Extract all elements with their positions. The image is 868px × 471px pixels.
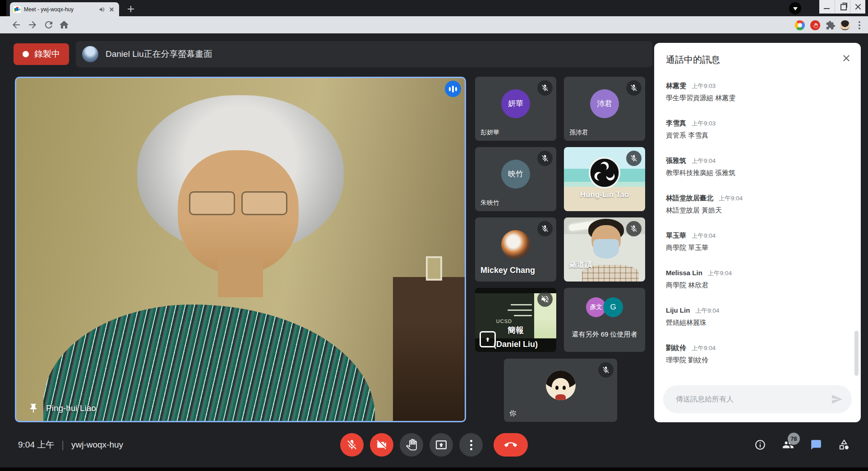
- activities-icon[interactable]: [838, 439, 850, 451]
- tab-audio-icon[interactable]: [99, 6, 105, 13]
- overflow-count-label: 還有另外 69 位使用者: [572, 330, 637, 339]
- participant-tile[interactable]: 沛君 孫沛君: [564, 77, 645, 141]
- chat-message-input[interactable]: [675, 395, 831, 404]
- present-button[interactable]: [429, 433, 453, 457]
- message-sender: 林蕙雯: [666, 82, 686, 90]
- extension-google-icon[interactable]: [795, 20, 805, 30]
- participant-name: 彭妍華: [480, 129, 499, 137]
- camera-toggle-button[interactable]: [370, 433, 393, 457]
- chat-message: 林語堂故居臺北上午9:04 林語堂故居 黃皓天: [666, 194, 841, 215]
- participant-tile[interactable]: Hung-Lin Tao: [564, 147, 645, 211]
- avatar-face: [552, 378, 569, 395]
- presentation-tile[interactable]: UCSD 簡報 (Daniel Liu): [475, 288, 556, 352]
- recording-dot-icon: [23, 51, 29, 57]
- participant-count-badge: 78: [788, 433, 800, 445]
- tab-close-icon[interactable]: [108, 6, 115, 13]
- participant-tile[interactable]: 妍華 彭妍華: [475, 77, 556, 141]
- chat-toggle-icon[interactable]: [810, 439, 822, 451]
- window-edge: [0, 0, 6, 16]
- slide-text: UCSD: [496, 319, 512, 324]
- mic-muted-icon: [598, 362, 614, 378]
- message-text: 營繕組林麗珠: [666, 318, 841, 328]
- mic-muted-icon: [626, 151, 642, 166]
- participant-avatar: 沛君: [590, 89, 619, 118]
- recording-chip: 錄製中: [14, 43, 69, 65]
- send-message-icon[interactable]: [831, 393, 843, 405]
- minimize-button[interactable]: [819, 0, 835, 14]
- tab-search-icon[interactable]: [789, 2, 801, 14]
- self-name: 你: [509, 409, 516, 418]
- tab-title: Meet - ywj-woqx-huy: [24, 6, 96, 13]
- message-time: 上午9:04: [719, 194, 743, 203]
- browser-menu-icon[interactable]: [855, 20, 863, 30]
- profile-avatar[interactable]: [840, 20, 850, 30]
- new-tab-button[interactable]: [125, 4, 136, 14]
- obs-logo-icon: [588, 157, 621, 189]
- chat-message: 單玉華上午9:04 商學院 單玉華: [666, 231, 841, 253]
- mic-muted-icon: [537, 151, 553, 166]
- message-sender: 林語堂故居臺北: [666, 194, 713, 203]
- chat-message: 張雅筑上午9:04 教學科技推廣組 張雅筑: [666, 157, 841, 178]
- message-sender: Melissa Lin: [666, 269, 702, 277]
- browser-tab[interactable]: Meet - ywj-woqx-huy: [10, 2, 119, 16]
- message-sender: 張雅筑: [666, 157, 686, 165]
- chat-message: 劉紋伶上午9:04 理學院 劉紋伶: [666, 344, 841, 365]
- message-sender: 劉紋伶: [666, 344, 686, 352]
- speaker-neck: [218, 256, 263, 297]
- speaking-indicator-icon: [445, 81, 461, 97]
- mic-muted-icon: [537, 221, 553, 236]
- message-time: 上午9:04: [708, 269, 732, 277]
- raise-hand-button[interactable]: [400, 433, 423, 457]
- message-time: 上午9:04: [692, 157, 716, 165]
- hang-up-button[interactable]: [494, 433, 528, 457]
- window-bottom-edge: [0, 467, 868, 471]
- overflow-avatars: 彥文 G: [586, 297, 623, 317]
- extensions-puzzle-icon[interactable]: [826, 20, 836, 30]
- close-chat-icon[interactable]: [841, 53, 852, 64]
- close-window-button[interactable]: [850, 0, 865, 14]
- participant-tile[interactable]: 映竹 朱映竹: [475, 147, 556, 211]
- chat-scrollbar[interactable]: [854, 331, 859, 376]
- message-sender: Liju Lin: [666, 306, 690, 314]
- reload-icon[interactable]: [43, 19, 54, 30]
- forward-icon[interactable]: [27, 19, 38, 30]
- mic-muted-icon: [626, 80, 642, 96]
- main-video-tile[interactable]: Ping-hui Liao: [15, 77, 466, 422]
- bottom-bar: 9:04 上午 | ywj-woqx-huy 78: [0, 422, 868, 467]
- message-text: 資管系 李雪真: [666, 130, 841, 140]
- back-icon[interactable]: [11, 19, 22, 30]
- participant-tile[interactable]: Mickey Chang: [475, 217, 556, 282]
- restore-button[interactable]: [835, 0, 850, 14]
- presenter-avatar: [82, 46, 98, 62]
- pin-icon: [28, 403, 39, 414]
- avatar-shirt: [555, 394, 565, 400]
- self-tile[interactable]: 你: [504, 359, 617, 422]
- message-text: 林語堂故居 黃皓天: [666, 205, 841, 215]
- overflow-tile[interactable]: 彥文 G 還有另外 69 位使用者: [564, 288, 645, 352]
- meeting-code: ywj-woqx-huy: [71, 440, 123, 450]
- meeting-details-icon[interactable]: [754, 439, 766, 451]
- main-video-name: Ping-hui Liao: [46, 403, 96, 413]
- participant-avatar: 妍華: [501, 89, 530, 118]
- chat-message: Liju Lin上午9:04 營繕組林麗珠: [666, 306, 841, 328]
- participant-tile[interactable]: 羅道蹟: [564, 217, 645, 282]
- mic-muted-icon: [537, 80, 553, 96]
- participant-name: 孫沛君: [569, 129, 588, 137]
- participant-name: Hung-Lin Tao: [580, 190, 629, 199]
- screen-share-icon: [480, 331, 496, 347]
- chat-panel: 通話中的訊息 林蕙雯上午9:03 學生學習資源組 林蕙雯 李雪真上午9:03 資…: [654, 43, 861, 422]
- self-avatar: [546, 370, 576, 400]
- audio-muted-icon: [537, 291, 553, 307]
- chat-message: 李雪真上午9:03 資管系 李雪真: [666, 119, 841, 140]
- participants-button[interactable]: 78: [782, 439, 794, 451]
- speaker-glasses: [189, 191, 288, 215]
- separator: |: [61, 439, 64, 451]
- recording-label: 錄製中: [34, 48, 60, 60]
- more-options-button[interactable]: [459, 433, 483, 457]
- home-icon[interactable]: [59, 19, 69, 30]
- participant-name: 朱映竹: [480, 199, 499, 207]
- participant-avatar: 映竹: [501, 160, 530, 189]
- message-time: 上午9:04: [692, 344, 716, 352]
- mic-toggle-button[interactable]: [340, 433, 364, 457]
- extension-blocker-icon[interactable]: [810, 20, 820, 30]
